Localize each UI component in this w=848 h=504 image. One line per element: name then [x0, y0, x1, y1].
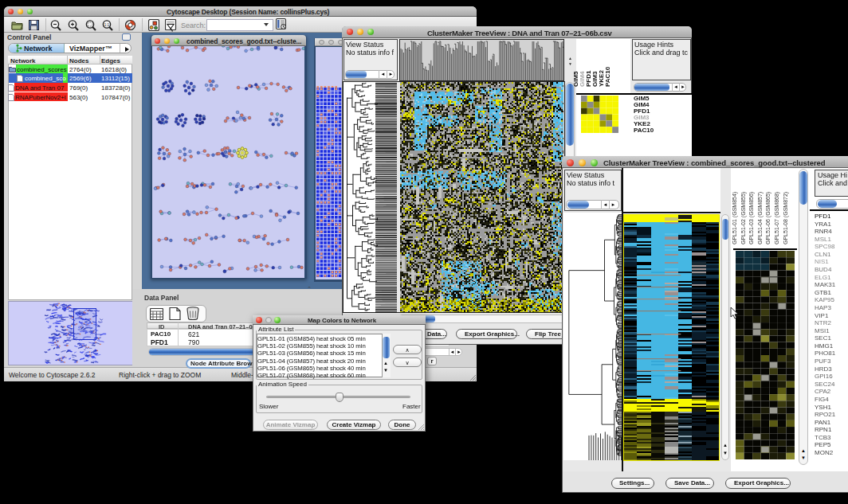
svg-text:1:1: 1:1 — [104, 23, 110, 27]
